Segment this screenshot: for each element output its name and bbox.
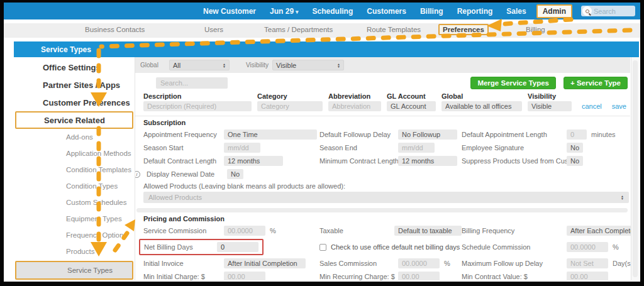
category-input[interactable]: Category — [257, 101, 323, 111]
employee-signature-select[interactable]: No — [567, 143, 583, 153]
display-renewal-date-select[interactable]: No — [227, 169, 243, 179]
col-category: Category — [257, 92, 323, 101]
subnav-billing[interactable]: Billing — [526, 26, 545, 33]
global-filter-select[interactable]: All ▲▼ — [169, 60, 230, 70]
subnav-users[interactable]: Users — [204, 26, 223, 33]
search-icon — [582, 6, 592, 16]
net-billing-default-label: Check to use office default net billing … — [331, 243, 460, 251]
default-followup-delay-select[interactable]: No Followup — [398, 129, 457, 140]
subscription-section: Subscription Appointment FrequencyOne Ti… — [135, 116, 630, 203]
default-appointment-length-input[interactable]: 0 — [567, 129, 587, 140]
min-contract-value-label: Min Contract Value: $ — [462, 273, 562, 280]
season-start-input[interactable]: mm/dd — [224, 143, 260, 153]
editor-input-row: Description (Required) Category Abbrevia… — [135, 101, 630, 111]
service-types-panel: Service Types Office Settings Partner Si… — [14, 41, 639, 280]
nav-reporting[interactable]: Reporting — [457, 7, 493, 16]
service-commission-label: Service Commission — [143, 227, 219, 234]
nav-admin[interactable]: Admin — [536, 4, 572, 18]
appointment-frequency-select[interactable]: One Time — [224, 129, 317, 140]
app-window: New Customer Jun 29▾ Scheduling Customer… — [4, 3, 640, 282]
select-arrows-icon: ▲▼ — [621, 195, 624, 200]
subnav-business-contacts[interactable]: Business Contacts — [85, 26, 145, 33]
vertical-scrollbar[interactable] — [631, 57, 639, 280]
sidebar-item-frequency-options[interactable]: Frequency Options — [14, 227, 135, 243]
billing-frequency-select[interactable]: After Each Completed Serv — [567, 226, 639, 236]
season-end-input[interactable]: mm/dd — [398, 143, 435, 153]
subnav-preferences[interactable]: Preferences — [438, 24, 489, 35]
settings-sidebar: Office Settings Partner Sites / Apps Cus… — [14, 57, 135, 280]
initial-invoice-label: Initial Invoice — [143, 260, 219, 267]
days-suffix: Day(s) — [613, 260, 633, 267]
net-billing-default-checkbox[interactable] — [319, 244, 326, 251]
sidebar-item-condition-types[interactable]: Condition Types — [14, 178, 135, 194]
screenshot-frame: New Customer Jun 29▾ Scheduling Customer… — [0, 0, 644, 286]
visibility-select[interactable]: Visible — [528, 101, 572, 111]
nav-billing[interactable]: Billing — [420, 7, 443, 16]
sidebar-item-office-settings[interactable]: Office Settings — [14, 58, 135, 76]
sidebar-item-products[interactable]: Products — [14, 243, 135, 260]
sidebar-item-customer-preferences[interactable]: Customer Preferences — [14, 94, 135, 111]
global-search[interactable] — [581, 6, 635, 16]
nav-date-menu[interactable]: Jun 29▾ — [270, 7, 299, 16]
sidebar-item-condition-templates[interactable]: Condition Templates — [14, 162, 135, 178]
service-commission-input[interactable]: 00.0000 — [224, 226, 265, 236]
billing-frequency-label: Billing Frequency — [462, 227, 562, 234]
min-initial-charge-input[interactable]: 00.00 — [224, 272, 265, 280]
sidebar-item-equipment-types[interactable]: Equipment Types — [14, 211, 135, 227]
default-appointment-length-label: Default Appointment Length — [462, 131, 562, 138]
cancel-link[interactable]: cancel — [582, 102, 602, 110]
visibility-filter-label: Visibility — [246, 62, 272, 69]
nav-scheduling[interactable]: Scheduling — [313, 7, 353, 16]
sales-commission-label: Sales Commission — [319, 260, 394, 267]
abbreviation-input[interactable]: Abbreviation — [328, 101, 381, 111]
subnav-route-templates[interactable]: Route Templates — [367, 26, 421, 33]
global-filter-label: Global — [140, 62, 169, 69]
col-visibility: Visibility — [528, 92, 572, 101]
service-type-search-input[interactable] — [156, 77, 228, 89]
editor-header-row: Description Category Abbreviation GL Acc… — [135, 92, 630, 101]
col-global: Global — [441, 92, 522, 101]
percent-suffix: % — [444, 260, 450, 267]
allowed-products-value: Allowed Products — [148, 194, 202, 201]
col-abbreviation: Abbreviation — [328, 92, 381, 101]
suppress-products-select[interactable]: No — [567, 156, 583, 166]
default-contract-length-select[interactable]: 12 months — [224, 156, 283, 166]
visibility-filter-select[interactable]: Visible ▲▼ — [272, 60, 344, 70]
merge-service-types-button[interactable]: Merge Service Types — [470, 77, 556, 89]
admin-sub-navigation: Business Contacts Users Teams / Departme… — [4, 23, 640, 38]
add-service-type-button[interactable]: + Service Type — [564, 77, 628, 89]
max-followup-delay-input[interactable]: Not Set — [567, 258, 608, 268]
sales-commission-input[interactable]: 00.0000 — [398, 258, 440, 268]
sidebar-item-service-related[interactable]: Service Related — [15, 111, 133, 129]
panel-title: Service Types — [41, 45, 91, 54]
subnav-teams-departments[interactable]: Teams / Departments — [264, 26, 333, 33]
min-recurring-charge-label: Min Recurring Charge: $ — [319, 273, 394, 280]
nav-sales[interactable]: Sales — [506, 7, 526, 16]
sidebar-item-service-types[interactable]: Service Types — [15, 261, 133, 280]
net-billing-days-input[interactable]: 0 — [217, 242, 258, 252]
sidebar-item-partner-sites[interactable]: Partner Sites / Apps — [14, 76, 135, 94]
initial-invoice-select[interactable]: After Initial Completion — [224, 258, 306, 268]
scrollbar-thumb[interactable] — [633, 60, 638, 277]
sidebar-item-custom-schedules[interactable]: Custom Schedules — [14, 194, 135, 211]
allowed-products-select[interactable]: Allowed Products ▲▼ — [143, 192, 629, 203]
schedule-commission-input[interactable]: 00.0000 — [567, 242, 608, 252]
gl-account-select[interactable]: GL Account — [387, 101, 436, 111]
suppress-products-label: Suppress Products Used from Cust. — [462, 157, 562, 165]
save-link[interactable]: save — [612, 102, 626, 110]
global-filter-value: All — [173, 62, 180, 69]
global-select[interactable]: Available to all offices — [441, 101, 522, 111]
taxable-select[interactable]: Default to taxable — [394, 226, 462, 236]
minimum-contract-length-select[interactable]: 12 months — [398, 156, 457, 166]
season-start-label: Season Start — [143, 144, 219, 151]
sidebar-item-application-methods[interactable]: Application Methods — [14, 145, 135, 162]
nav-customers[interactable]: Customers — [367, 7, 406, 16]
min-recurring-charge-input[interactable]: 00.00 — [398, 272, 440, 280]
subscription-title: Subscription — [135, 119, 630, 126]
nav-new-customer[interactable]: New Customer — [203, 7, 256, 16]
min-contract-value-input[interactable]: 00.00 — [567, 272, 608, 280]
pricing-title: Pricing and Commission — [135, 215, 630, 223]
search-input[interactable] — [594, 8, 633, 15]
sidebar-item-add-ons[interactable]: Add-ons — [14, 129, 135, 145]
description-input[interactable]: Description (Required) — [143, 101, 252, 111]
